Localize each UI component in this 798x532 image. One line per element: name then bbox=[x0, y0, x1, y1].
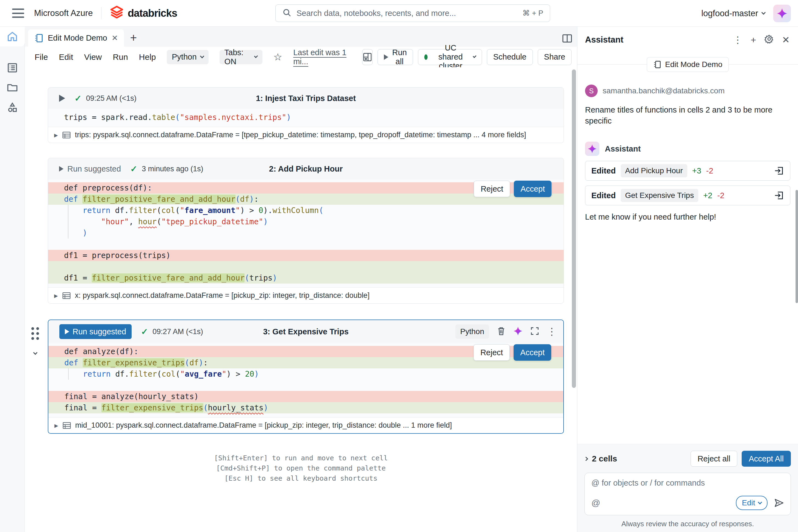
run-suggested-link[interactable]: Run suggested bbox=[67, 165, 121, 173]
chevron-down-icon bbox=[761, 11, 766, 15]
jump-to-cell-icon[interactable] bbox=[774, 166, 784, 176]
menu-run[interactable]: Run bbox=[113, 53, 128, 62]
sidebar-item-workflows[interactable] bbox=[0, 97, 25, 117]
notebook-tab-strip: Edit Mode Demo ✕ + bbox=[25, 26, 577, 47]
cell-menu-icon[interactable]: ⋮ bbox=[547, 327, 557, 337]
mention-at-icon[interactable]: @ bbox=[591, 498, 600, 508]
send-message-button[interactable] bbox=[774, 498, 784, 508]
notebook-cell-1[interactable]: ✓ 09:25 AM (<1s) 1: Injest Taxi Trips Da… bbox=[48, 87, 564, 143]
share-button[interactable]: Share bbox=[538, 49, 572, 65]
tabs-toggle[interactable]: Tabs: ON bbox=[220, 50, 262, 64]
run-suggested-button[interactable]: Run suggested bbox=[59, 324, 132, 339]
cell-language-chip[interactable]: Python bbox=[455, 324, 489, 339]
sidebar-item-workspace[interactable] bbox=[0, 58, 25, 78]
view-layout-button[interactable] bbox=[362, 49, 373, 65]
assistant-history-icon[interactable]: ⋮ bbox=[733, 35, 743, 44]
expand-output-icon[interactable]: ▸ bbox=[54, 291, 58, 300]
run-suggested-label: Run suggested bbox=[73, 327, 126, 336]
cell-output-row[interactable]: ▸ mid_10001: pyspark.sql.connect.datafra… bbox=[48, 417, 563, 433]
code-line[interactable]: final = analyze(hourly_stats) bbox=[48, 391, 563, 402]
cell-code-editor[interactable]: Reject Accept def preprocess(df):def fil… bbox=[48, 179, 564, 287]
dataframe-table-icon bbox=[62, 132, 71, 139]
settings-gear-icon[interactable] bbox=[764, 34, 774, 45]
code-line[interactable]: trips = spark.read.table("samples.nyctax… bbox=[48, 112, 564, 123]
hamburger-menu-icon[interactable] bbox=[12, 8, 24, 18]
favorite-star-icon[interactable]: ☆ bbox=[273, 51, 282, 63]
split-view-icon[interactable] bbox=[562, 34, 572, 44]
databricks-logo[interactable]: databricks bbox=[110, 5, 177, 21]
global-search-input[interactable]: Search data, notebooks, recents, and mor… bbox=[275, 4, 550, 22]
new-chat-icon[interactable]: + bbox=[751, 35, 756, 44]
cell-code-editor[interactable]: Reject Accept def analyze(df):def filter… bbox=[48, 343, 563, 417]
language-selector[interactable]: Python bbox=[167, 50, 208, 64]
expand-output-icon[interactable]: ▸ bbox=[54, 421, 58, 430]
sidebar-item-home[interactable] bbox=[0, 26, 25, 46]
run-cell-button[interactable] bbox=[59, 95, 65, 102]
expand-output-icon[interactable]: ▸ bbox=[54, 131, 58, 139]
context-notebook-chip[interactable]: Edit Mode Demo bbox=[647, 57, 729, 72]
close-panel-icon[interactable]: ✕ bbox=[782, 35, 790, 44]
cell-code-editor[interactable]: trips = spark.read.table("samples.nyctax… bbox=[48, 109, 564, 127]
dataframe-table-icon bbox=[63, 422, 71, 429]
databricks-workspace: Microsoft Azure databricks Search data, … bbox=[0, 0, 798, 532]
chevron-right-icon[interactable] bbox=[584, 457, 588, 461]
code-line[interactable] bbox=[48, 380, 563, 391]
tab-close-icon[interactable]: ✕ bbox=[112, 34, 118, 42]
jump-to-cell-icon[interactable] bbox=[774, 191, 784, 201]
chevron-down-icon bbox=[254, 54, 258, 58]
delete-cell-icon[interactable] bbox=[497, 326, 506, 337]
play-icon bbox=[59, 166, 64, 172]
code-line[interactable]: ) bbox=[48, 227, 564, 239]
menu-view[interactable]: View bbox=[84, 53, 102, 62]
code-line[interactable]: df1 = filter_positive_fare_and_add_hour(… bbox=[48, 272, 564, 284]
cell-output-row[interactable]: ▸ trips: pyspark.sql.connect.dataframe.D… bbox=[48, 127, 564, 143]
code-line[interactable] bbox=[48, 239, 564, 250]
menu-edit[interactable]: Edit bbox=[59, 53, 73, 62]
cell-output-row[interactable]: ▸ x: pyspark.sql.connect.dataframe.DataF… bbox=[48, 287, 564, 303]
reject-all-button[interactable]: Reject all bbox=[691, 451, 737, 467]
assistant-sparkle-button[interactable] bbox=[773, 5, 791, 22]
window-scrollbar[interactable] bbox=[796, 190, 798, 303]
edited-cell-name: Add Pickup Hour bbox=[621, 164, 687, 177]
code-line[interactable]: df1 = preprocess(trips) bbox=[48, 250, 564, 261]
code-line[interactable]: return df.filter(col("fare_amount") > 0)… bbox=[48, 205, 564, 216]
success-check-icon: ✓ bbox=[74, 93, 81, 103]
workspace-switcher[interactable]: logfood-master bbox=[701, 8, 765, 18]
expand-cell-icon[interactable] bbox=[530, 327, 539, 337]
menu-help[interactable]: Help bbox=[139, 53, 156, 62]
edited-cell-card[interactable]: Edited Get Expensive Trips +2 -2 bbox=[585, 186, 790, 205]
menu-file[interactable]: File bbox=[35, 53, 48, 62]
assistant-cell-icon[interactable] bbox=[513, 326, 523, 337]
notebook-menu-bar: File Edit View Run Help Python Tabs: ON … bbox=[25, 47, 577, 67]
cells-summary: 2 cells bbox=[592, 454, 617, 463]
schedule-button[interactable]: Schedule bbox=[487, 49, 533, 65]
code-line[interactable]: return df.filter(col("avg_fare") > 20) bbox=[48, 368, 563, 380]
cell-gutter bbox=[31, 327, 39, 355]
accept-suggestion-button[interactable]: Accept bbox=[513, 344, 551, 361]
notebook-scrollbar[interactable] bbox=[572, 70, 576, 388]
notebook-cell-2[interactable]: Run suggested ✓ 3 minutes ago (1s) 2: Ad… bbox=[48, 158, 564, 304]
code-line[interactable] bbox=[48, 261, 564, 272]
new-tab-button[interactable]: + bbox=[130, 31, 137, 44]
collapse-cell-icon[interactable] bbox=[33, 350, 37, 355]
tab-edit-mode-demo[interactable]: Edit Mode Demo ✕ bbox=[28, 30, 124, 47]
code-line[interactable]: "hour", hour("tpep_pickup_datetime") bbox=[48, 216, 564, 227]
edited-cell-card[interactable]: Edited Add Pickup Hour +3 -2 bbox=[585, 161, 790, 180]
cluster-selector[interactable]: UC shared cluster bbox=[418, 49, 482, 65]
cell-header: Run suggested ✓ 09:27 AM (<1s) 3: Get Ex… bbox=[48, 320, 563, 343]
run-all-button[interactable]: Run all bbox=[378, 49, 413, 65]
divider bbox=[101, 7, 102, 19]
indent-guide bbox=[68, 205, 68, 239]
drag-handle-icon[interactable] bbox=[31, 327, 39, 340]
mode-selector-button[interactable]: Edit bbox=[736, 496, 767, 510]
accept-all-button[interactable]: Accept All bbox=[742, 451, 791, 467]
code-line[interactable]: final = filter_expensive_trips(hourly_st… bbox=[48, 402, 563, 413]
notebook-cell-3[interactable]: Run suggested ✓ 09:27 AM (<1s) 3: Get Ex… bbox=[48, 320, 564, 434]
sidebar-item-folders[interactable] bbox=[0, 78, 25, 97]
assistant-prompt-input[interactable]: @ for objects or / for commands @ Edit bbox=[584, 473, 791, 515]
accept-suggestion-button[interactable]: Accept bbox=[514, 180, 551, 197]
notebook-list-icon bbox=[6, 62, 18, 74]
reject-suggestion-button[interactable]: Reject bbox=[474, 180, 510, 197]
last-edit-link[interactable]: Last edit was 1 mi... bbox=[293, 48, 351, 66]
reject-suggestion-button[interactable]: Reject bbox=[473, 344, 510, 361]
